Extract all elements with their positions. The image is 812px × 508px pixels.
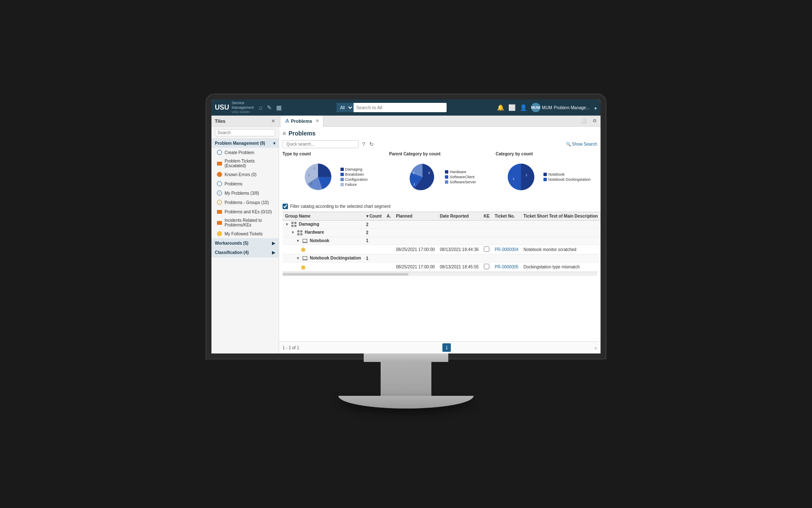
table-row[interactable]: ▼ Notebook 1 bbox=[283, 237, 601, 245]
export-icon[interactable]: ⬦ bbox=[594, 345, 597, 351]
col-date-reported[interactable]: Date Reported bbox=[437, 212, 481, 221]
edit-icon[interactable]: ✎ bbox=[267, 104, 272, 111]
ke-checkbox[interactable] bbox=[484, 264, 489, 269]
main-layout: Tiles ✕ Problem Management (9) ▾ bbox=[211, 116, 601, 353]
table-row[interactable]: 08/25/2021 17:00:00 08/13/2021 18:45:55 … bbox=[283, 262, 601, 272]
tab-problems[interactable]: ⚠ Problems ✕ bbox=[281, 116, 324, 127]
logout-icon[interactable]: ⬥ bbox=[594, 104, 597, 111]
sidebar-group-workarounds-header[interactable]: Workarounds (5) ▶ bbox=[211, 239, 279, 248]
quick-search-input[interactable] bbox=[283, 140, 359, 148]
nav-main-icons: ⌂ ✎ ▦ bbox=[259, 104, 281, 111]
problems-toolbar: ? ↻ 🔍 Show Search bbox=[283, 140, 597, 148]
user-info[interactable]: MUM MUM Problem Manage... bbox=[531, 103, 590, 112]
tab-close-button[interactable]: ✕ bbox=[315, 119, 319, 123]
logo: USU Service Management USU GmbH bbox=[215, 101, 254, 114]
svg-rect-11 bbox=[294, 222, 296, 224]
notifications-icon[interactable]: 🔔 bbox=[497, 104, 504, 111]
followed-tickets-icon bbox=[217, 231, 222, 237]
col-count[interactable]: ▾ Count bbox=[364, 212, 384, 221]
col-planned[interactable]: Planned bbox=[393, 212, 437, 221]
planned-date: 08/25/2021 17:00:00 bbox=[393, 245, 437, 254]
legend-notebook: Notebook bbox=[543, 172, 590, 177]
svg-text:3: 3 bbox=[428, 171, 430, 175]
pagination-controls: 1 bbox=[442, 343, 451, 352]
create-problem-icon bbox=[217, 149, 222, 155]
sidebar-group-problem-management-header[interactable]: Problem Management (9) ▾ bbox=[211, 139, 279, 148]
legend-damaging: Damaging bbox=[340, 167, 368, 171]
col-description[interactable]: Ticket Short Text of Main Description bbox=[521, 212, 601, 221]
horizontal-scrollbar[interactable] bbox=[283, 272, 597, 276]
problems-title-row: ≡ Problems bbox=[283, 130, 315, 137]
hamburger-menu-icon[interactable]: ≡ bbox=[283, 130, 286, 137]
svg-text:2: 2 bbox=[310, 182, 312, 185]
ticket-number[interactable]: PR-0000004 bbox=[492, 245, 521, 254]
problems-header: ≡ Problems bbox=[283, 130, 597, 137]
expand-icon[interactable]: ▼ bbox=[291, 230, 295, 235]
table-row[interactable]: ▼ Notebook Dockingstation 1 bbox=[283, 254, 601, 262]
legend-notebook-docking: Notebook Dockingstation bbox=[543, 177, 590, 182]
sidebar-item-problem-tickets-escalated[interactable]: Problem Tickets (Escalated) bbox=[211, 157, 279, 170]
expand-icon[interactable]: ▼ bbox=[296, 239, 300, 243]
legend-software-server: SoftwareServer bbox=[445, 180, 476, 184]
tab-bar-left: ⚠ Problems ✕ bbox=[281, 116, 324, 127]
col-group-name[interactable]: Group Name bbox=[283, 212, 364, 221]
ke-checkbox[interactable] bbox=[484, 246, 489, 252]
planned-date: 08/25/2021 17:00:00 bbox=[393, 262, 437, 272]
ticket-priority-icon bbox=[301, 265, 305, 270]
parent-category-legend: Hardware SoftwareClient So bbox=[445, 170, 476, 184]
ticket-number[interactable]: PR-0000005 bbox=[492, 262, 521, 272]
sidebar-item-problems-kes[interactable]: Problems and KEs (0/10) bbox=[211, 207, 279, 216]
chart-type-title: Type by count bbox=[283, 152, 311, 156]
sidebar-item-problems-groups[interactable]: ! Problems - Groups (10) bbox=[211, 198, 279, 207]
user-icon[interactable]: 👤 bbox=[520, 104, 527, 111]
search-scope-select[interactable]: All bbox=[337, 103, 354, 112]
page-1-button[interactable]: 1 bbox=[442, 343, 451, 352]
category-pie-chart[interactable]: 1 1 bbox=[502, 158, 540, 196]
chart-category-body: 1 1 Notebook bbox=[502, 158, 590, 196]
screen-icon[interactable]: ⬜ bbox=[508, 104, 516, 111]
expand-icon[interactable]: ▼ bbox=[285, 222, 289, 226]
svg-rect-18 bbox=[303, 239, 307, 242]
app: USU Service Management USU GmbH ⌂ ✎ ▦ bbox=[211, 99, 601, 353]
parent-category-pie-chart[interactable]: 3 2 2 bbox=[403, 158, 442, 196]
sidebar: Tiles ✕ Problem Management (9) ▾ bbox=[211, 116, 279, 353]
show-search-button[interactable]: 🔍 Show Search bbox=[566, 142, 597, 146]
top-nav: USU Service Management USU GmbH ⌂ ✎ ▦ bbox=[211, 99, 601, 116]
ticket-priority-icon bbox=[301, 248, 305, 252]
svg-rect-20 bbox=[303, 257, 307, 260]
sidebar-item-problems[interactable]: Problems bbox=[211, 179, 279, 188]
expand-icon[interactable]: ▼ bbox=[296, 256, 300, 260]
settings-button[interactable]: ⚙ bbox=[590, 117, 599, 124]
screen: USU Service Management USU GmbH ⌂ ✎ ▦ bbox=[211, 99, 601, 353]
col-a: A. bbox=[384, 212, 393, 221]
refresh-icon[interactable]: ↻ bbox=[368, 140, 375, 148]
type-pie-chart[interactable]: 1 2 2 1 bbox=[299, 158, 337, 196]
global-search-input[interactable] bbox=[354, 103, 447, 112]
user-name: MUM bbox=[542, 105, 552, 110]
chart-icon[interactable]: ▦ bbox=[276, 104, 282, 111]
sidebar-item-create-problem[interactable]: Create Problem bbox=[211, 148, 279, 157]
table-row[interactable]: ▼ Hardware bbox=[283, 229, 601, 237]
minimize-button[interactable]: ⬜ bbox=[579, 117, 589, 124]
sidebar-group-classification: Classification (4) ▶ bbox=[211, 248, 279, 257]
table-row[interactable]: ▼ bbox=[283, 221, 601, 229]
help-icon[interactable]: ? bbox=[361, 140, 366, 148]
filter-checkbox[interactable] bbox=[283, 204, 288, 209]
sidebar-group-workarounds: Workarounds (5) ▶ bbox=[211, 239, 279, 248]
home-icon[interactable]: ⌂ bbox=[259, 104, 262, 111]
sidebar-item-my-problems[interactable]: ! My Problems (3/8) bbox=[211, 188, 279, 198]
problems-groups-icon: ! bbox=[217, 199, 222, 205]
scrollbar-thumb[interactable] bbox=[283, 273, 409, 276]
table-row[interactable]: 08/25/2021 17:00:00 08/13/2021 18:44:36 … bbox=[283, 245, 601, 254]
col-ticket-no[interactable]: Ticket No. bbox=[492, 212, 521, 221]
incidents-related-icon bbox=[217, 220, 222, 226]
problems-table: Group Name ▾ Count A. Planned Date Repor… bbox=[283, 212, 601, 272]
sidebar-group-classification-header[interactable]: Classification (4) ▶ bbox=[211, 248, 279, 257]
sidebar-search-input[interactable] bbox=[215, 129, 275, 136]
sidebar-close-button[interactable]: ✕ bbox=[271, 118, 275, 124]
sidebar-item-incidents-related[interactable]: Incidents Related to Problems/KEs bbox=[211, 216, 279, 229]
svg-rect-14 bbox=[297, 230, 299, 232]
svg-text:1: 1 bbox=[513, 177, 515, 181]
sidebar-item-known-errors[interactable]: Known Errors (0) bbox=[211, 170, 279, 179]
sidebar-item-followed-tickets[interactable]: My Followed Tickets bbox=[211, 229, 279, 238]
